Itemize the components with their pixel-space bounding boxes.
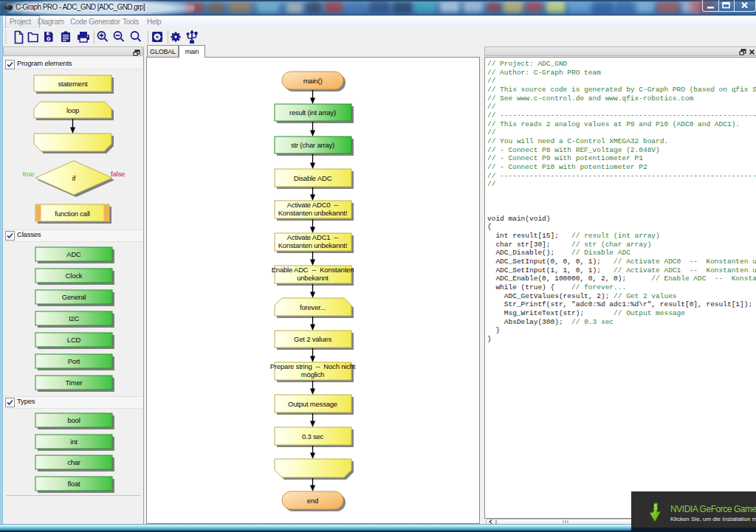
svg-text:bool: bool xyxy=(67,416,80,424)
svg-text:main(): main() xyxy=(303,77,323,85)
svg-text:Get 2 values: Get 2 values xyxy=(294,335,331,343)
svg-text:char: char xyxy=(67,458,80,466)
svg-text:true: true xyxy=(22,170,34,178)
svg-text:möglich: möglich xyxy=(301,370,324,379)
svg-text:ADC: ADC xyxy=(66,250,81,258)
svg-text:0.3 sec: 0.3 sec xyxy=(302,432,324,441)
svg-text:LCD: LCD xyxy=(67,336,81,344)
svg-text:Konstanten unbekannt!: Konstanten unbekannt! xyxy=(278,209,348,217)
svg-text:Prepare string -- Noch nicht: Prepare string -- Noch nicht xyxy=(270,362,356,370)
svg-text:result (int array): result (int array) xyxy=(289,108,336,117)
svg-text:function call: function call xyxy=(55,210,90,218)
svg-text:end: end xyxy=(307,497,318,505)
svg-text:Timer: Timer xyxy=(66,379,83,387)
svg-text:Activate ADC0 --: Activate ADC0 -- xyxy=(287,201,338,209)
svg-text:I2C: I2C xyxy=(69,314,80,322)
svg-text:Port: Port xyxy=(68,357,80,365)
svg-text:Disable ADC: Disable ADC xyxy=(294,174,332,182)
svg-text:General: General xyxy=(62,293,86,301)
svg-text:forever...: forever... xyxy=(300,303,326,311)
svg-text:false: false xyxy=(111,170,125,178)
svg-text:int: int xyxy=(70,438,78,446)
svg-text:Output message: Output message xyxy=(288,400,337,408)
svg-text:Activate ADC1 --: Activate ADC1 -- xyxy=(287,233,338,241)
svg-text:Konstanten unbekannt!: Konstanten unbekannt! xyxy=(278,241,348,249)
svg-text:loop: loop xyxy=(66,106,79,114)
svg-text:Enable ADC -- Konstanten: Enable ADC -- Konstanten xyxy=(272,266,354,274)
svg-text:float: float xyxy=(68,480,81,488)
svg-text:if: if xyxy=(72,174,76,182)
svg-text:Clock: Clock xyxy=(66,272,83,280)
svg-text:statement: statement xyxy=(58,80,88,88)
svg-text:str (char array): str (char array) xyxy=(291,141,334,149)
svg-text:unbekannt: unbekannt xyxy=(297,274,329,282)
